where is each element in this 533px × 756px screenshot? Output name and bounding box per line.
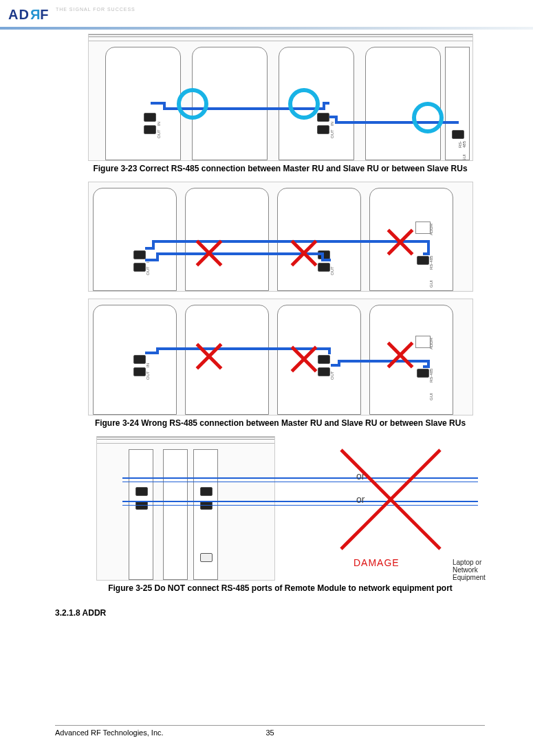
page-header: ADRF THE SIGNAL FOR SUCCESS xyxy=(0,7,533,25)
figure-3-23: IN OUT IN OUT RS-485 GUI xyxy=(69,34,492,173)
figure-3-24-image-b: IN OUT OUT RS-485 ADDR GUI xyxy=(88,299,473,415)
label-laptop-note: Laptop or Network Equipment xyxy=(453,559,492,581)
page-footer: Advanced RF Technologies, Inc. 35 xyxy=(55,725,485,737)
damage-x-icon xyxy=(336,444,446,554)
footer-company: Advanced RF Technologies, Inc. xyxy=(55,728,164,737)
logo: ADRF xyxy=(8,7,50,23)
figure-3-24-image-a: IN OUT OUT RS-485 ADDR GUI xyxy=(88,182,473,292)
tagline: THE SIGNAL FOR SUCCESS xyxy=(56,7,135,12)
section-heading-3-2-1-8: 3.2.1.8 ADDR xyxy=(55,608,492,618)
figure-3-25-caption: Figure 3-25 Do NOT connect RS-485 ports … xyxy=(69,583,492,593)
header-rule xyxy=(0,27,533,30)
figure-3-24: IN OUT OUT RS-485 ADDR GUI xyxy=(69,182,492,428)
figure-3-23-image: IN OUT IN OUT RS-485 GUI xyxy=(88,34,473,161)
figure-3-23-caption: Figure 3-23 Correct RS-485 connection be… xyxy=(69,164,492,173)
wiring-correct xyxy=(89,34,472,160)
figure-3-25: or or DAMAGE Laptop or Network Equipment… xyxy=(69,436,492,593)
label-damage: DAMAGE xyxy=(353,557,400,568)
footer-page-number: 35 xyxy=(265,728,274,737)
figure-3-24-caption: Figure 3-24 Wrong RS-485 connection betw… xyxy=(69,418,492,428)
figure-3-25-image xyxy=(96,436,275,581)
